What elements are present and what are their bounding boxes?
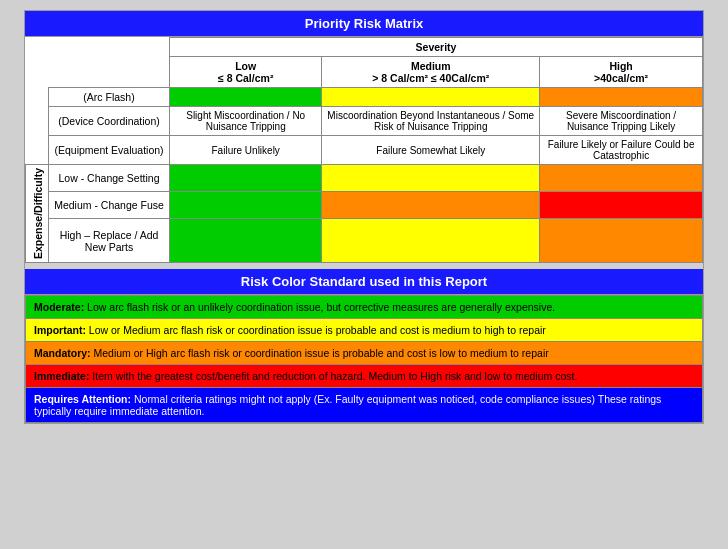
high-change-high <box>540 218 703 262</box>
expense-label: Expense/Difficulty <box>26 165 49 263</box>
risk-item-important: Important: Low or Medium arc flash risk … <box>26 319 703 342</box>
col-medium-header: Medium> 8 Cal/cm² ≤ 40Cal/cm² <box>322 57 540 88</box>
severity-header: Severity <box>170 38 703 57</box>
low-change-high <box>540 165 703 192</box>
low-change-medium <box>322 165 540 192</box>
moderate-text: Low arc flash risk or an unlikely coordi… <box>87 301 555 313</box>
immediate-text: Item with the greatest cost/benefit and … <box>92 370 577 382</box>
risk-item-immediate: Immediate: Item with the greatest cost/b… <box>26 365 703 388</box>
low-change-low <box>170 165 322 192</box>
col-high-header: High>40cal/cm² <box>540 57 703 88</box>
equip-low: Failure Unlikely <box>170 136 322 165</box>
risk-item-mandatory: Mandatory: Medium or High arc flash risk… <box>26 342 703 365</box>
device-medium: Miscoordination Beyond Instantaneous / S… <box>322 107 540 136</box>
risk-item-moderate: Moderate: Low arc flash risk or an unlik… <box>26 296 703 319</box>
arc-flash-medium <box>322 88 540 107</box>
important-text: Low or Medium arc flash risk or coordina… <box>89 324 546 336</box>
high-change-medium <box>322 218 540 262</box>
high-change-low <box>170 218 322 262</box>
medium-change-high <box>540 191 703 218</box>
risk-item-attention: Requires Attention: Normal criteria rati… <box>26 388 703 423</box>
device-coord-label: (Device Coordination) <box>49 107 170 136</box>
arc-flash-high <box>540 88 703 107</box>
risk-title: Risk Color Standard used in this Report <box>25 263 703 295</box>
equip-eval-label: (Equipment Evaluation) <box>49 136 170 165</box>
immediate-label: Immediate: <box>34 370 89 382</box>
matrix-table: Severity Low≤ 8 Cal/cm² Medium> 8 Cal/cm… <box>25 37 703 263</box>
risk-table: Moderate: Low arc flash risk or an unlik… <box>25 295 703 423</box>
mandatory-text: Medium or High arc flash risk or coordin… <box>94 347 549 359</box>
device-low: Slight Miscoordination / No Nuisance Tri… <box>170 107 322 136</box>
arc-flash-label: (Arc Flash) <box>49 88 170 107</box>
row-low-label: Low - Change Setting <box>49 165 170 192</box>
row-medium-label: Medium - Change Fuse <box>49 191 170 218</box>
attention-label: Requires Attention: <box>34 393 131 405</box>
moderate-label: Moderate: <box>34 301 84 313</box>
matrix-title: Priority Risk Matrix <box>25 11 703 37</box>
equip-high: Failure Likely or Failure Could be Catas… <box>540 136 703 165</box>
page-container: Priority Risk Matrix Severity Low≤ 8 Cal… <box>24 10 704 424</box>
medium-change-medium <box>322 191 540 218</box>
important-label: Important: <box>34 324 86 336</box>
device-high: Severe Miscoordination / Nuisance Trippi… <box>540 107 703 136</box>
medium-change-low <box>170 191 322 218</box>
col-low-header: Low≤ 8 Cal/cm² <box>170 57 322 88</box>
row-high-label: High – Replace / Add New Parts <box>49 218 170 262</box>
mandatory-label: Mandatory: <box>34 347 91 359</box>
equip-medium: Failure Somewhat Likely <box>322 136 540 165</box>
arc-flash-low <box>170 88 322 107</box>
